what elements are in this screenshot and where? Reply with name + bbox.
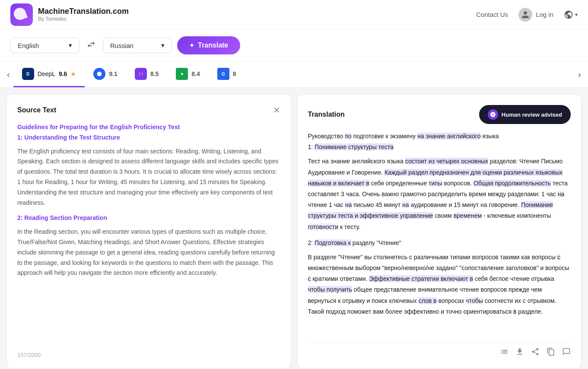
engines-tabs: D DeepL 9.6 ★ 9.1 ↑↑ 8.5 ✦ 8.4 G 8 <box>13 62 575 87</box>
engine-score-5: 8 <box>233 70 236 77</box>
source-subheading-2: 2: Reading Section Preparation <box>17 214 107 221</box>
source-panel-header: Source Text ✕ <box>17 105 280 115</box>
header: MachineTranslation.com By Tomedes Contac… <box>0 0 588 29</box>
source-panel-title: Source Text <box>17 106 56 114</box>
engine-score-4: 8.4 <box>191 70 200 77</box>
engine-score-3: 8.5 <box>150 70 159 77</box>
logo-icon <box>10 3 33 26</box>
translate-button[interactable]: Translate <box>177 36 240 54</box>
engines-prev-button[interactable]: ‹ <box>3 66 13 83</box>
header-right: Contact Us Log in ▾ <box>476 8 578 22</box>
contact-us-link[interactable]: Contact Us <box>476 11 508 18</box>
source-body-1: The English proficiency test consists of… <box>17 146 280 208</box>
source-close-button[interactable]: ✕ <box>273 105 280 115</box>
logo-title: MachineTranslation.com <box>38 7 129 16</box>
language-selector[interactable]: ▾ <box>564 10 578 19</box>
chevron-down-icon: ▾ <box>69 41 72 49</box>
chevron-down-icon: ▾ <box>161 41 165 49</box>
svg-point-0 <box>97 72 102 76</box>
avatar-icon <box>518 8 532 22</box>
engine-score-2: 9.1 <box>109 70 117 77</box>
list-icon[interactable] <box>500 347 509 358</box>
translation-header: Translation Human review advised <box>308 105 571 124</box>
login-button[interactable]: Log in <box>518 8 553 22</box>
source-text-body: Guidelines for Preparing for the English… <box>17 122 280 347</box>
target-language-select[interactable]: Russian ▾ <box>103 38 172 53</box>
engine-tab-4[interactable]: ✦ 8.4 <box>167 62 208 87</box>
main-content: Source Text ✕ Guidelines for Preparing f… <box>0 88 588 369</box>
engine-tab-2[interactable]: 9.1 <box>85 62 126 87</box>
engine-3-icon: ↑↑ <box>135 68 147 80</box>
human-review-label: Human review advised <box>502 111 562 118</box>
engine-name: DeepL <box>38 70 55 77</box>
translation-panel-title: Translation <box>308 111 345 118</box>
engine-5-icon: G <box>217 68 229 80</box>
translation-footer <box>308 342 571 358</box>
source-body-2: In the Reading section, you will encount… <box>17 227 280 278</box>
engines-next-button[interactable]: › <box>575 66 585 83</box>
swap-languages-button[interactable] <box>85 38 98 53</box>
comment-icon[interactable] <box>562 347 571 358</box>
engine-score: 9.6 <box>59 70 67 77</box>
deepl-icon: D <box>22 68 34 80</box>
logo-area: MachineTranslation.com By Tomedes <box>10 3 129 26</box>
logo-text: MachineTranslation.com By Tomedes <box>38 7 129 22</box>
engine-tab-3[interactable]: ↑↑ 8.5 <box>126 62 167 87</box>
engine-4-icon: ✦ <box>176 68 188 80</box>
translation-panel: Translation Human review advised Руковод… <box>298 95 582 369</box>
source-panel: Source Text ✕ Guidelines for Preparing f… <box>7 95 291 369</box>
engine-tab-5[interactable]: G 8 <box>209 62 245 87</box>
human-review-button[interactable]: Human review advised <box>479 105 571 124</box>
download-icon[interactable] <box>515 347 524 358</box>
login-label: Log in <box>536 11 553 18</box>
copy-icon[interactable] <box>547 347 555 358</box>
logo-sub: By Tomedes <box>38 16 129 22</box>
toolbar: English ▾ Russian ▾ Translate <box>0 29 588 62</box>
human-review-icon <box>488 109 498 120</box>
chevron-down-icon: ▾ <box>575 12 578 18</box>
share-icon[interactable] <box>531 347 540 358</box>
source-subheading-1: 1: Understanding the Test Structure <box>17 134 120 141</box>
source-language-select[interactable]: English ▾ <box>10 38 79 53</box>
char-count: 157/2000 <box>17 352 280 358</box>
source-heading-1: Guidelines for Preparing for the English… <box>17 124 180 130</box>
engine-2-icon <box>93 68 105 80</box>
engines-bar: ‹ D DeepL 9.6 ★ 9.1 ↑↑ 8.5 ✦ 8.4 G 8 › <box>0 62 588 88</box>
translation-text-body: Руководство по подготовке к экзамену на … <box>308 131 571 337</box>
engine-tab-deepl[interactable]: D DeepL 9.6 ★ <box>13 62 85 87</box>
star-icon: ★ <box>70 70 76 77</box>
